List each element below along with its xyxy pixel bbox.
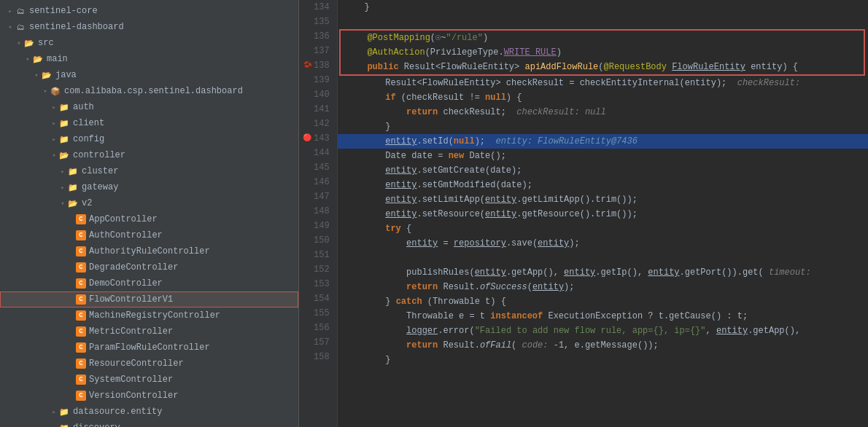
sidebar-item-AuthController[interactable]: AuthController	[0, 227, 298, 243]
java-icon-VersionController	[76, 391, 86, 401]
code-line-153: return Result.ofSuccess(entity);	[338, 280, 868, 294]
java-icon-DemoController	[76, 278, 86, 289]
sidebar-item-auth[interactable]: auth	[0, 99, 298, 115]
code-line-158: }	[338, 353, 868, 367]
sidebar-item-package[interactable]: 📦 com.alibaba.csp.sentinel.dashboard	[0, 83, 298, 99]
label-AppController: AppController	[89, 214, 158, 224]
arrow-sentinel-dashboard	[6, 23, 15, 31]
sidebar-item-VersionController[interactable]: VersionController	[0, 388, 298, 404]
line-num-149: 149	[302, 219, 334, 233]
line-num-154: 154	[302, 291, 334, 306]
code-line-141: return checkResult; checkResult: null	[338, 105, 868, 120]
sidebar-item-config[interactable]: config	[0, 131, 298, 147]
debug-icon: 🔴	[302, 133, 312, 144]
arrow-package	[41, 87, 50, 95]
arrow-auth	[50, 103, 58, 111]
sidebar-item-DemoController[interactable]: DemoController	[0, 275, 298, 291]
sidebar-item-SystemController[interactable]: SystemController	[0, 372, 298, 388]
line-num-156: 156	[302, 321, 334, 335]
code-line-151	[338, 251, 868, 265]
folder-icon-gateway	[67, 181, 79, 193]
sidebar-item-src[interactable]: src	[0, 35, 298, 51]
sidebar-item-cluster[interactable]: cluster	[0, 163, 298, 179]
line-num-137: 137	[302, 44, 334, 58]
line-num-142: 142	[302, 117, 334, 131]
label-gateway: gateway	[82, 182, 118, 192]
sidebar-item-FlowControllerV1[interactable]: FlowControllerV1	[0, 291, 298, 307]
sidebar-item-v2[interactable]: v2	[0, 195, 298, 211]
sidebar-item-MetricController[interactable]: MetricController	[0, 324, 298, 340]
folder-icon-client	[58, 117, 70, 129]
label-ResourceController: ResourceController	[89, 359, 184, 369]
java-icon-MetricController	[76, 326, 86, 337]
line-num-157: 157	[302, 335, 334, 350]
line-num-147: 147	[302, 189, 334, 204]
label-client: client	[73, 118, 104, 128]
code-line-155: Throwable e = t instanceof ExecutionExce…	[338, 309, 868, 324]
label-discovery: discovery	[73, 423, 120, 427]
label-src: src	[38, 38, 54, 48]
sidebar-item-AppController[interactable]: AppController	[0, 211, 298, 227]
arrow-client	[50, 119, 58, 128]
sidebar-item-AuthorityRuleController[interactable]: AuthorityRuleController	[0, 243, 298, 259]
java-icon-FlowControllerV1	[76, 294, 86, 305]
code-area[interactable]: 134 135 136 137 🫘138 139 140 141 142 🔴14…	[299, 0, 868, 427]
folder-icon-java	[41, 69, 53, 81]
java-icon-AppController	[76, 214, 86, 224]
line-num-158: 158	[302, 350, 334, 364]
java-icon-DegradeController	[76, 262, 86, 273]
line-num-138: 🫘138	[302, 58, 334, 73]
folder-icon-src	[23, 37, 35, 49]
code-line-143: entity.setId(null); entity: FlowRuleEnti…	[338, 134, 868, 149]
arrow-config	[50, 135, 58, 144]
sidebar-item-main[interactable]: main	[0, 51, 298, 67]
line-num-135: 135	[302, 15, 334, 29]
java-icon-MachineRegistryController	[76, 310, 86, 321]
label-datasource-entity: datasource.entity	[73, 407, 162, 417]
folder-icon-v2	[67, 197, 79, 209]
folder-icon-datasource	[58, 406, 70, 418]
sidebar-item-client[interactable]: client	[0, 115, 298, 131]
sidebar-item-ParamFlowRuleController[interactable]: ParamFlowRuleController	[0, 340, 298, 356]
java-icon-AuthorityRuleController	[76, 246, 86, 256]
label-v2: v2	[82, 198, 92, 208]
line-num-136: 136	[302, 29, 334, 44]
code-editor: 134 135 136 137 🫘138 139 140 141 142 🔴14…	[299, 0, 868, 427]
folder-icon-controller	[58, 149, 70, 161]
label-package: com.alibaba.csp.sentinel.dashboard	[64, 86, 243, 96]
code-line-154: } catch (Throwable t) {	[338, 294, 868, 309]
sidebar-item-datasource-entity[interactable]: datasource.entity	[0, 404, 298, 420]
label-DegradeController: DegradeController	[89, 262, 178, 273]
line-num-145: 145	[302, 160, 334, 175]
sidebar-item-controller[interactable]: controller	[0, 147, 298, 163]
java-icon-AuthController	[76, 230, 86, 240]
sidebar-item-sentinel-dashboard[interactable]: 🗂 sentinel-dashboard	[0, 19, 298, 35]
sidebar-item-ResourceController[interactable]: ResourceController	[0, 356, 298, 372]
file-tree[interactable]: 🗂 sentinel-core 🗂 sentinel-dashboard src…	[0, 0, 299, 427]
sidebar-item-gateway[interactable]: gateway	[0, 179, 298, 195]
line-num-151: 151	[302, 248, 334, 262]
sidebar-item-discovery[interactable]: discovery	[0, 420, 298, 427]
line-num-148: 148	[302, 204, 334, 219]
sidebar-item-sentinel-core[interactable]: 🗂 sentinel-core	[0, 3, 298, 19]
code-line-149: try {	[338, 222, 868, 236]
code-line-147: entity.setLimitApp(entity.getLimitApp().…	[338, 192, 868, 207]
code-line-137: @AuthAction(PrivilegeType.WRITE_RULE)	[341, 45, 864, 60]
line-num-141: 141	[302, 102, 334, 117]
label-auth: auth	[73, 102, 94, 112]
java-icon-ParamFlowRuleController	[76, 342, 86, 353]
line-num-146: 146	[302, 175, 334, 189]
arrow-v2	[58, 199, 67, 208]
sidebar-item-java[interactable]: java	[0, 67, 298, 83]
arrow-controller	[50, 151, 58, 160]
code-line-142: }	[338, 120, 868, 134]
arrow-src	[15, 39, 23, 47]
line-num-144: 144	[302, 146, 334, 160]
sidebar-item-DegradeController[interactable]: DegradeController	[0, 259, 298, 275]
code-line-140: if (checkResult != null) {	[338, 90, 868, 105]
label-MachineRegistryController: MachineRegistryController	[89, 310, 220, 321]
arrow-java	[32, 71, 41, 79]
sidebar-item-MachineRegistryController[interactable]: MachineRegistryController	[0, 307, 298, 324]
label-VersionController: VersionController	[89, 391, 178, 401]
line-num-153: 153	[302, 277, 334, 291]
